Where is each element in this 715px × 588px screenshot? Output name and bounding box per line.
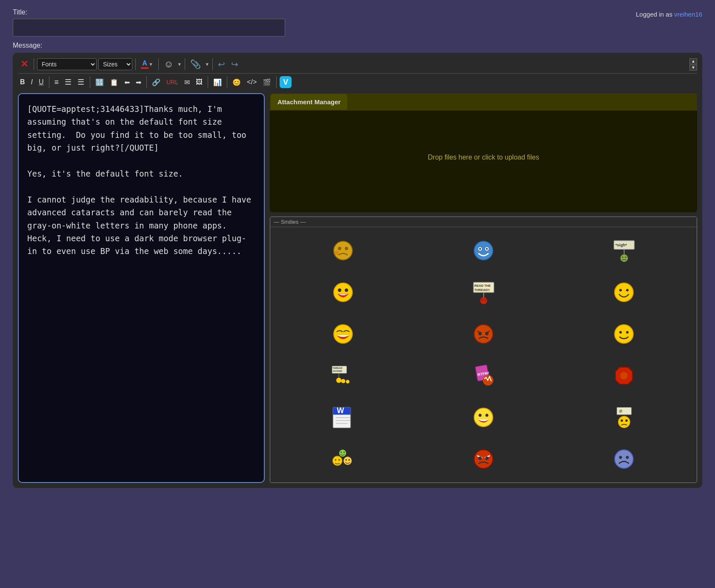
svg-point-14 [625, 257, 626, 258]
smiley-sad[interactable] [555, 440, 692, 478]
undo-button[interactable]: ↩ [216, 58, 227, 70]
smiley-worried2[interactable]: 😰 [555, 398, 692, 437]
svg-point-70 [343, 451, 345, 453]
svg-point-16 [338, 288, 341, 292]
close-button[interactable]: ✕ [18, 59, 31, 70]
smiley-threadjacked[interactable]: THREAD JACKED [275, 357, 412, 395]
redo-button[interactable]: ↪ [229, 58, 240, 70]
attachment-manager-title: Attachment Manager [271, 94, 347, 110]
smiley-word-icon: W [332, 406, 355, 429]
svg-point-69 [340, 451, 342, 453]
svg-point-17 [345, 288, 348, 292]
align-center-button[interactable]: ☰ [63, 76, 74, 88]
scroll-up-arrow[interactable]: ▲ [689, 58, 697, 64]
separator-10 [227, 76, 227, 88]
smiley-smiley[interactable] [555, 315, 692, 353]
svg-point-13 [622, 257, 623, 258]
smiley-stop-icon [612, 364, 636, 388]
code-button[interactable]: </> [245, 76, 259, 88]
svg-point-32 [615, 325, 633, 343]
ordered-list-button[interactable]: 🔢 [93, 76, 106, 88]
italic-button[interactable]: I [29, 76, 35, 88]
svg-point-12 [620, 254, 628, 262]
smiley-sigh[interactable]: *sigh* [555, 231, 692, 270]
smiley-rtfm-icon: RTFM! [472, 364, 495, 388]
font-select[interactable]: Fonts [37, 58, 97, 70]
message-editor[interactable]: [QUOTE=apptest;31446433]Thanks much, I'm… [18, 93, 265, 483]
font-color-button[interactable]: A ▼ [139, 58, 155, 70]
smiley-worried-icon [332, 239, 355, 263]
right-panel: Attachment Manager Drop files here or cl… [270, 93, 697, 483]
svg-point-59 [625, 419, 628, 422]
smiley-smile[interactable] [415, 231, 552, 270]
image-button[interactable]: 🖼 [194, 76, 205, 88]
scroll-arrows: ▲ ▼ [689, 58, 697, 71]
toolbar-row2: B I U ≡ ☰ ☰ 🔢 📋 ⬅ ➡ 🔗 URL ✉ 🖼 📊 😊 </> 🎬 … [18, 76, 697, 91]
svg-point-0 [334, 241, 352, 260]
svg-point-23 [481, 299, 483, 300]
smiley-mad[interactable] [415, 440, 552, 478]
svg-point-71 [474, 450, 493, 468]
svg-point-40 [341, 379, 345, 383]
smiley-button[interactable]: ☺ [162, 58, 175, 71]
image-link-button[interactable]: 🔗 [150, 76, 163, 88]
smiley-happy[interactable] [555, 273, 692, 311]
email-button[interactable]: ✉ [182, 76, 192, 88]
unordered-list-button[interactable]: 📋 [108, 76, 120, 88]
svg-point-24 [484, 299, 486, 300]
login-user-link[interactable]: vreihen16 [674, 11, 702, 18]
attachment-drop-zone[interactable]: Drop files here or click to upload files [270, 111, 697, 204]
svg-point-2 [345, 247, 348, 250]
underline-button[interactable]: U [37, 76, 46, 88]
login-text: Logged in as [636, 11, 674, 18]
smiley-smile-icon [472, 239, 495, 263]
size-select[interactable]: Sizes [98, 58, 132, 70]
align-right-button[interactable]: ☰ [75, 76, 87, 88]
separator-1 [34, 58, 34, 70]
smiley-angry[interactable] [415, 315, 552, 353]
smilies-title-text: Smilies [281, 219, 299, 225]
smiley-angry-icon [472, 323, 495, 346]
smiley-happy2-icon [472, 406, 495, 429]
smiley-readthread[interactable]: READ THE THREAD!! [415, 273, 552, 311]
bold-button[interactable]: B [18, 76, 27, 88]
separator-3 [158, 58, 159, 70]
indent-out-button[interactable]: ⬅ [122, 76, 132, 88]
svg-point-72 [478, 457, 482, 460]
vimeo-button[interactable]: V [280, 76, 292, 88]
svg-point-76 [626, 456, 629, 459]
media-button[interactable]: 🎬 [260, 76, 273, 88]
smiley-rtfm[interactable]: RTFM! [415, 357, 552, 395]
scroll-down-arrow[interactable]: ▼ [689, 65, 697, 71]
smiley-mad-icon [472, 448, 495, 471]
attachment-button[interactable]: 📎 [188, 58, 203, 70]
login-info: Logged in as vreihen16 [636, 11, 702, 18]
smiley-grin[interactable] [275, 273, 412, 311]
smiley-misc[interactable] [275, 440, 412, 478]
smiley-dropdown-arrow[interactable]: ▼ [177, 62, 182, 67]
separator-2 [135, 58, 136, 70]
smiley-happy2[interactable] [415, 398, 552, 437]
smiley-smiley-icon [612, 323, 636, 346]
indent-in-button[interactable]: ➡ [134, 76, 143, 88]
svg-point-55 [479, 414, 482, 417]
smiley-threadjacked-icon: THREAD JACKED [332, 364, 355, 388]
attachment-dropdown-arrow[interactable]: ▼ [205, 62, 209, 67]
svg-point-74 [615, 450, 633, 468]
title-input[interactable] [13, 19, 285, 37]
table-button[interactable]: 📊 [211, 76, 224, 88]
smiley-laughing[interactable] [275, 315, 412, 353]
separator-9 [208, 76, 208, 88]
smiley-worried[interactable] [275, 231, 412, 270]
url-button[interactable]: URL [164, 76, 180, 88]
smiley-stop[interactable] [555, 357, 692, 395]
smiley2-button[interactable]: 😊 [230, 76, 243, 88]
svg-point-64 [338, 459, 340, 460]
svg-point-68 [339, 449, 346, 457]
svg-text:JACKED: JACKED [332, 369, 342, 372]
smiley-word[interactable]: W [275, 398, 412, 437]
align-left-button[interactable]: ≡ [52, 76, 61, 88]
smiley-laughing-icon [332, 323, 355, 346]
smilies-grid: *sigh* [270, 227, 697, 482]
svg-point-41 [346, 380, 349, 383]
